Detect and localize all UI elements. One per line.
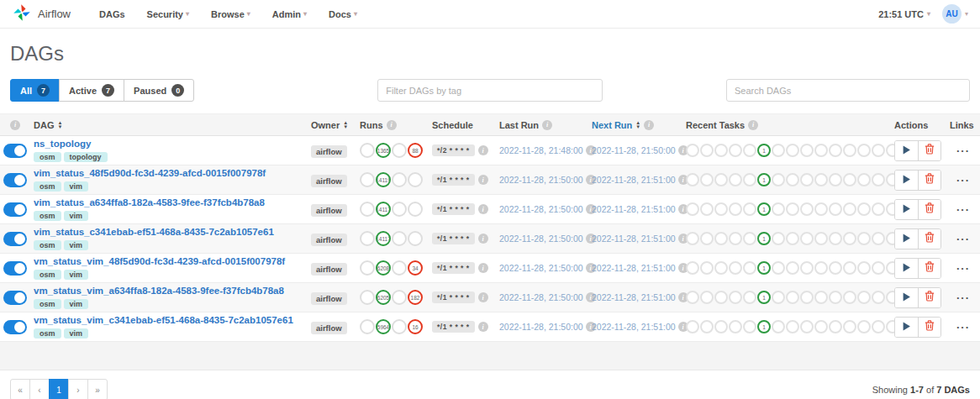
trigger-dag-button[interactable] (895, 288, 918, 307)
runs-queued-circle[interactable] (360, 260, 375, 276)
dag-tag[interactable]: vim (64, 270, 89, 280)
last-run-link[interactable]: 2022-11-28, 21:50:00 (499, 292, 583, 302)
delete-dag-button[interactable] (918, 229, 940, 249)
delete-dag-button[interactable] (918, 171, 940, 190)
recent-task-circle[interactable] (872, 173, 885, 186)
recent-task-circle[interactable] (729, 291, 742, 304)
recent-task-circle[interactable] (829, 232, 842, 245)
recent-task-circle[interactable] (786, 320, 799, 333)
dag-tag[interactable]: vim (64, 240, 89, 250)
recent-task-circle[interactable] (843, 173, 856, 186)
delete-dag-button[interactable] (918, 200, 940, 219)
next-run-link[interactable]: 2022-11-28, 21:51:00 (592, 292, 676, 302)
recent-task-circle[interactable] (772, 291, 785, 304)
dag-pause-toggle[interactable] (3, 202, 27, 217)
runs-success-circle[interactable]: 6205 (376, 290, 391, 305)
recent-task-circle[interactable] (714, 261, 728, 275)
dag-link[interactable]: vim_status_c341ebab-ef51-468a-8435-7c2ab… (34, 227, 304, 238)
dag-tag[interactable]: osm (34, 328, 61, 339)
trigger-dag-button[interactable] (895, 318, 918, 337)
tab-paused[interactable]: Paused0 (124, 79, 194, 102)
delete-dag-button[interactable] (918, 318, 940, 337)
runs-running-circle[interactable] (392, 260, 407, 276)
runs-failed-circle[interactable] (408, 231, 423, 246)
dag-pause-toggle[interactable] (3, 261, 27, 276)
delete-dag-button[interactable] (918, 259, 940, 278)
recent-task-circle[interactable] (686, 232, 699, 245)
runs-failed-circle[interactable] (408, 172, 423, 187)
recent-task-circle[interactable] (843, 261, 856, 275)
info-icon[interactable]: i (10, 120, 20, 130)
delete-dag-button[interactable] (918, 141, 940, 160)
info-icon[interactable]: i (387, 120, 397, 130)
nav-security[interactable]: Security▾ (147, 9, 189, 19)
recent-task-circle[interactable] (872, 320, 885, 333)
recent-task-circle[interactable] (686, 320, 699, 333)
dag-link[interactable]: vm_status_vim_a634ffa8-182a-4583-9fee-f3… (34, 286, 304, 297)
recent-task-circle[interactable] (800, 320, 814, 333)
next-run-link[interactable]: 2022-11-28, 21:51:00 (592, 322, 676, 332)
user-menu[interactable]: AU ▾ (942, 4, 968, 24)
last-run-link[interactable]: 2022-11-28, 21:50:00 (499, 204, 583, 214)
links-menu[interactable]: ··· (956, 144, 970, 157)
links-menu[interactable]: ··· (956, 174, 970, 186)
sort-icon[interactable]: ▲▼ (57, 121, 62, 129)
recent-task-circle[interactable] (857, 202, 871, 216)
recent-task-circle[interactable] (743, 144, 756, 157)
recent-task-circle[interactable] (786, 202, 799, 216)
recent-task-circle[interactable] (857, 261, 871, 275)
recent-task-circle[interactable] (714, 173, 728, 186)
recent-task-circle[interactable] (800, 291, 814, 304)
runs-success-circle[interactable]: 14117 (376, 202, 391, 217)
recent-task-circle[interactable]: 1 (757, 144, 771, 157)
recent-task-circle[interactable] (800, 232, 814, 245)
recent-task-circle[interactable] (814, 144, 828, 157)
recent-task-circle[interactable] (700, 261, 714, 275)
recent-task-circle[interactable] (786, 261, 799, 275)
timezone-selector[interactable]: 21:51 UTC▾ (878, 9, 930, 19)
runs-running-circle[interactable] (392, 202, 407, 217)
recent-task-circle[interactable] (772, 232, 785, 245)
recent-task-circle[interactable] (743, 261, 756, 275)
runs-queued-circle[interactable] (360, 172, 375, 187)
owner-badge[interactable]: airflow (311, 234, 347, 246)
dag-tag[interactable]: vim (64, 328, 89, 339)
info-icon[interactable]: i (478, 145, 488, 155)
recent-task-circle[interactable] (857, 144, 871, 157)
recent-task-circle[interactable] (814, 320, 828, 333)
dag-tag[interactable]: osm (34, 299, 61, 309)
recent-task-circle[interactable] (829, 291, 842, 304)
runs-queued-circle[interactable] (360, 290, 375, 305)
links-menu[interactable]: ··· (956, 203, 970, 216)
runs-queued-circle[interactable] (360, 231, 375, 246)
last-run-link[interactable]: 2022-11-28, 21:50:00 (499, 175, 583, 185)
owner-badge[interactable]: airflow (311, 175, 347, 187)
dag-pause-toggle[interactable] (3, 173, 27, 187)
runs-running-circle[interactable] (392, 290, 407, 305)
last-run-link[interactable]: 2022-11-28, 21:50:00 (499, 263, 583, 273)
recent-task-circle[interactable] (714, 202, 728, 216)
runs-running-circle[interactable] (392, 143, 407, 158)
recent-task-circle[interactable] (857, 320, 871, 333)
dag-tag[interactable]: osm (34, 181, 61, 192)
recent-task-circle[interactable] (686, 173, 699, 186)
recent-task-circle[interactable] (786, 232, 799, 245)
delete-dag-button[interactable] (918, 288, 940, 307)
runs-failed-circle[interactable]: 34 (408, 260, 423, 276)
dag-tag[interactable]: topology (64, 152, 108, 162)
recent-task-circle[interactable] (772, 144, 785, 157)
runs-success-circle[interactable]: 5964 (376, 319, 391, 334)
recent-task-circle[interactable] (829, 173, 842, 186)
schedule-badge[interactable]: */1 * * * * (432, 321, 475, 333)
recent-task-circle[interactable] (700, 202, 714, 216)
pagination-next[interactable]: › (68, 379, 88, 399)
recent-task-circle[interactable] (686, 202, 699, 216)
recent-task-circle[interactable] (772, 202, 785, 216)
recent-task-circle[interactable] (829, 320, 842, 333)
recent-task-circle[interactable] (729, 232, 742, 245)
owner-badge[interactable]: airflow (311, 145, 347, 158)
dag-link[interactable]: vim_status_a634ffa8-182a-4583-9fee-f37fc… (34, 197, 304, 208)
next-run-link[interactable]: 2022-11-28, 21:51:00 (592, 175, 676, 185)
links-menu[interactable]: ··· (956, 321, 970, 333)
dag-pause-toggle[interactable] (3, 291, 27, 305)
